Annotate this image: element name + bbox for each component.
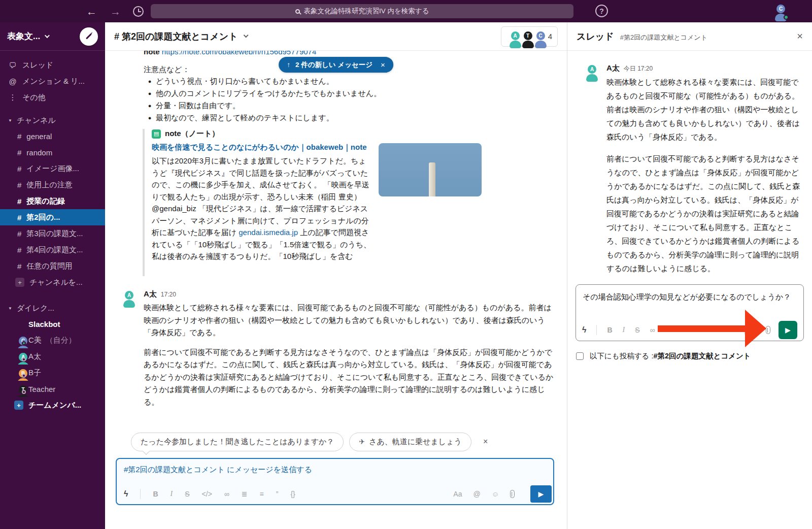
sidebar-channel-session4[interactable]: #第4回の課題文... bbox=[0, 242, 105, 258]
channels-section-header[interactable]: ▼ チャンネル bbox=[0, 113, 105, 128]
thread-reply-composer[interactable]: その場合認知心理学の知見などが必要になるのでしょうか？ ϟ B I S ∞ Aa… bbox=[576, 284, 804, 341]
sidebar-channel-usage[interactable]: #使用上の注意 bbox=[0, 177, 105, 193]
close-icon[interactable]: × bbox=[381, 60, 385, 69]
message-paragraph: 映画体験として総称される様々な要素には、回復可能であるものと回復不可能な（可能性… bbox=[144, 302, 555, 339]
message-list: ↑ 2 件の新しい メッセージ × note https://note.com/… bbox=[105, 51, 567, 432]
gendai-link[interactable]: gendai.ismedia.jp bbox=[239, 228, 298, 237]
sidebar-item-more[interactable]: ⋮ その他 bbox=[0, 89, 105, 106]
ordered-list-icon[interactable]: ≣ bbox=[242, 490, 248, 498]
chevron-down-icon bbox=[243, 32, 248, 38]
text-format-icon[interactable]: Aa bbox=[453, 490, 462, 498]
mention-icon[interactable]: @ bbox=[473, 490, 480, 498]
top-bar: ← → 表象文化論特殊研究演習IV 内を検索する ? C bbox=[0, 0, 812, 22]
member-avatar: T bbox=[519, 30, 530, 43]
shortcuts-icon[interactable]: ϟ bbox=[124, 490, 128, 498]
unfurl-title-link[interactable]: 映画を倍速で見ることのなにがわるいのか｜obakeweb｜note bbox=[152, 141, 375, 153]
history-back-icon[interactable]: ← bbox=[86, 6, 97, 17]
sidebar-channel-random[interactable]: #random bbox=[0, 144, 105, 160]
dm-c-mi-self[interactable]: C C美 （自分） bbox=[0, 332, 105, 348]
avatar: B bbox=[14, 368, 24, 378]
unfurl-source: ▤ note（ノート） bbox=[152, 129, 557, 139]
sidebar-item-mentions[interactable]: @ メンション & リ... bbox=[0, 73, 105, 89]
bold-icon[interactable]: B bbox=[607, 326, 612, 334]
unfurl-thumbnail-image[interactable] bbox=[379, 143, 482, 196]
dm-a-ta[interactable]: A A太 bbox=[0, 348, 105, 365]
compose-button[interactable] bbox=[80, 27, 98, 46]
send-button[interactable]: ▶ bbox=[779, 321, 797, 339]
dm-slackbot[interactable]: Slackbot bbox=[0, 316, 105, 332]
add-team-members-button[interactable]: + チームメンバ... bbox=[0, 397, 105, 413]
suggestion-pill-2[interactable]: ✈ さあ、軌道に乗せましょう bbox=[349, 433, 471, 451]
sidebar-channel-general[interactable]: #general bbox=[0, 128, 105, 144]
plus-icon: + bbox=[15, 278, 24, 287]
new-messages-banner[interactable]: ↑ 2 件の新しい メッセージ × bbox=[279, 57, 393, 73]
user-avatar[interactable]: C bbox=[772, 3, 787, 18]
message-author[interactable]: A太 bbox=[606, 63, 620, 73]
triangle-down-icon: ▼ bbox=[8, 306, 12, 311]
link-icon[interactable]: ∞ bbox=[224, 490, 229, 498]
sidebar-channel-image[interactable]: #イメージ画像... bbox=[0, 160, 105, 177]
strikethrough-icon[interactable]: S bbox=[635, 326, 639, 334]
text-format-icon[interactable]: Aa bbox=[744, 325, 758, 335]
attach-icon[interactable] bbox=[510, 490, 515, 498]
send-button[interactable]: ▶ bbox=[530, 485, 552, 503]
sidebar-channel-session2-selected[interactable]: #第2回の... bbox=[0, 209, 105, 225]
link-icon[interactable]: ∞ bbox=[650, 326, 655, 334]
search-placeholder: 表象文化論特殊研究演習IV 内を検索する bbox=[304, 7, 429, 16]
attach-icon[interactable] bbox=[766, 326, 770, 334]
blockquote-icon[interactable]: ” bbox=[276, 490, 279, 498]
member-avatar: C bbox=[532, 30, 543, 43]
sidebar-channel-session3[interactable]: #第3回の課題文... bbox=[0, 225, 105, 242]
suggestion-pill-1[interactable]: たった今参加しました！聞き逃したことはありますか？ bbox=[131, 433, 344, 451]
reply-draft-text[interactable]: その場合認知心理学の知見などが必要になるのでしょうか？ bbox=[576, 285, 803, 303]
italic-icon[interactable]: I bbox=[623, 326, 625, 334]
hash-icon: # bbox=[17, 197, 21, 206]
dm-b-ko[interactable]: B B子 bbox=[0, 365, 105, 381]
dm-teacher[interactable]: T Teacher bbox=[0, 381, 105, 397]
mentions-icon: @ bbox=[8, 77, 17, 86]
presence-offline-dot bbox=[22, 357, 26, 361]
dm-section-header[interactable]: ▼ ダイレク... bbox=[0, 301, 105, 316]
message-author[interactable]: A太 bbox=[144, 289, 157, 299]
message-paragraph: 前者について回復不可能であると判断する見方はなさそうなので、ひとまず論点は「身体… bbox=[144, 346, 555, 409]
channel-header: # 第2回の課題文献とコメント A T C 4 bbox=[105, 22, 567, 51]
code-block-icon[interactable]: {} bbox=[290, 490, 295, 498]
bold-icon[interactable]: B bbox=[153, 490, 158, 498]
thread-header: スレッド #第2回の課題文献とコメント × bbox=[567, 22, 812, 51]
channel-title[interactable]: # 第2回の課題文献とコメント bbox=[114, 30, 238, 43]
code-icon[interactable]: </> bbox=[202, 490, 212, 498]
close-icon[interactable]: × bbox=[483, 437, 488, 446]
add-channel-button[interactable]: + チャンネルを... bbox=[0, 274, 105, 290]
sidebar-channel-class-record[interactable]: #授業の記録 bbox=[0, 193, 105, 209]
message-timestamp[interactable]: 今日 17:20 bbox=[624, 64, 653, 73]
workspace-header[interactable]: 表象文... bbox=[0, 22, 105, 51]
member-list-button[interactable]: A T C 4 bbox=[501, 26, 558, 47]
search-icon bbox=[295, 9, 300, 14]
message-timestamp[interactable]: 17:20 bbox=[161, 291, 176, 298]
sidebar-channel-questions[interactable]: #任意の質問用 bbox=[0, 258, 105, 274]
bullet-list-icon[interactable]: ≡ bbox=[260, 490, 264, 498]
divider bbox=[596, 325, 597, 335]
composer-toolbar: ϟ B I S </> ∞ ≣ ≡ ” {} Aa @ ☺ bbox=[117, 484, 553, 504]
hash-icon: # bbox=[17, 164, 21, 173]
help-icon[interactable]: ? bbox=[595, 5, 608, 17]
message-avatar[interactable]: A bbox=[583, 63, 601, 82]
strikethrough-icon[interactable]: S bbox=[185, 490, 189, 498]
message-composer[interactable]: #第2回の課題文献とコメント にメッセージを送信する ϟ B I S </> ∞… bbox=[116, 458, 554, 505]
search-input[interactable]: 表象文化論特殊研究演習IV 内を検索する bbox=[151, 4, 573, 18]
sidebar-item-threads[interactable]: 🗩 スレッド bbox=[0, 57, 105, 73]
also-send-channel[interactable]: #第2回の課題文献とコメント bbox=[653, 352, 751, 360]
history-clock-icon[interactable] bbox=[133, 6, 144, 17]
composer-placeholder[interactable]: #第2回の課題文献とコメント にメッセージを送信する bbox=[117, 459, 553, 481]
presence-offline-dot bbox=[22, 390, 26, 394]
close-icon[interactable]: × bbox=[797, 30, 803, 42]
emoji-icon[interactable]: ☺ bbox=[492, 490, 499, 498]
also-send-checkbox[interactable] bbox=[576, 352, 584, 360]
message-avatar[interactable]: A bbox=[120, 289, 139, 308]
sidebar: 表象文... 🗩 スレッド @ メンション & リ... ⋮ その他 ▼ チャン… bbox=[0, 22, 105, 529]
thread-channel-name[interactable]: #第2回の課題文献とコメント bbox=[620, 33, 707, 42]
history-forward-icon[interactable]: → bbox=[110, 6, 121, 17]
shortcuts-icon[interactable]: ϟ bbox=[582, 326, 586, 334]
italic-icon[interactable]: I bbox=[171, 490, 173, 498]
note-url-link[interactable]: https://note.com/obakeweb/n/n156d9577907… bbox=[162, 51, 316, 56]
